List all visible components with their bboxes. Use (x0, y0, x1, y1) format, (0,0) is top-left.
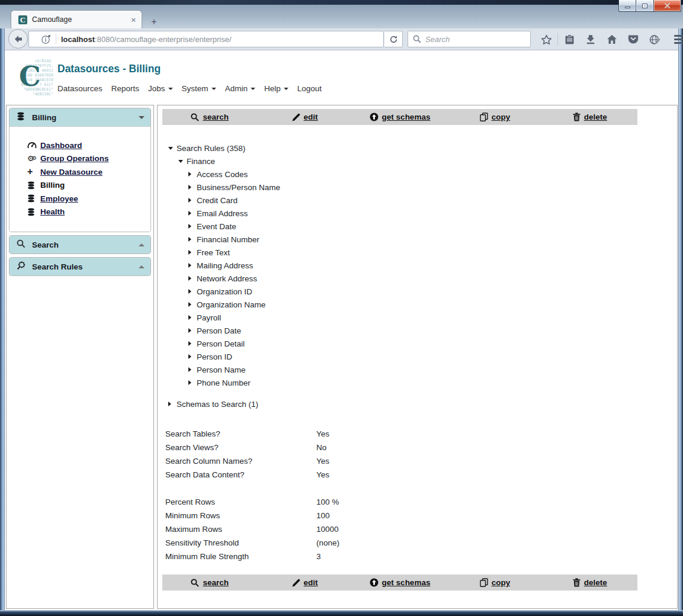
accordion-search-rules-header[interactable]: Search Rules (9, 258, 150, 275)
nav-jobs[interactable]: Jobs (148, 84, 173, 93)
trash-icon (573, 578, 581, 587)
tree-node[interactable]: Event Date (162, 220, 672, 233)
accordion-search-header[interactable]: Search (9, 236, 150, 254)
tree-node[interactable]: Payroll (162, 311, 672, 324)
maximize-button[interactable] (636, 0, 654, 12)
tree-node[interactable]: Phone Number (162, 376, 672, 389)
tree-collapsed-icon[interactable] (188, 224, 197, 229)
delete-action[interactable]: delete (543, 113, 637, 121)
copy-action[interactable]: copy (447, 578, 542, 587)
hamburger-icon (674, 35, 683, 37)
sidebar-item-new-datasource[interactable]: + New Datasource (27, 165, 150, 179)
window-frame-bottom (0, 610, 683, 616)
tree-collapsed-icon[interactable] (168, 402, 177, 406)
delete-action[interactable]: delete (543, 578, 637, 587)
nav-system[interactable]: System (182, 84, 216, 93)
tree-collapsed-icon[interactable] (188, 302, 197, 307)
accordion-title: Search Rules (32, 262, 139, 271)
tree-collapsed-icon[interactable] (188, 380, 197, 385)
tree-node[interactable]: Network Address (162, 272, 672, 285)
pocket-button[interactable] (623, 31, 644, 49)
get-schemas-action[interactable]: get schemas (352, 578, 447, 587)
search-icon (413, 35, 421, 43)
new-tab-button[interactable]: + (147, 17, 161, 27)
tree-node[interactable]: Free Text (162, 246, 672, 259)
back-button[interactable] (8, 29, 28, 49)
tree-collapsed-icon[interactable] (188, 198, 197, 203)
setting-row: Minimum Rule Strength3 (162, 550, 672, 563)
sidebar: Billing Dashboard ⚙⚙ Group Operations + … (6, 105, 154, 609)
tree-collapsed-icon[interactable] (188, 237, 197, 242)
tree-node[interactable]: Organization ID (162, 285, 672, 298)
url-host: localhost (61, 35, 95, 44)
tree-node-search-rules[interactable]: Search Rules (358) (162, 142, 672, 155)
tree-node-finance[interactable]: Finance (162, 155, 672, 168)
sidebar-item-health[interactable]: Health (27, 206, 150, 219)
minimize-button[interactable] (618, 0, 636, 12)
search-action[interactable]: search (162, 578, 257, 587)
tree-node[interactable]: Organization Name (162, 298, 672, 311)
search-action[interactable]: search (162, 113, 257, 121)
action-toolbar-top: search edit get schemas copy delete (162, 109, 637, 125)
sidebar-item-billing[interactable]: Billing (27, 179, 150, 192)
accordion-billing-header[interactable]: Billing (9, 108, 150, 126)
home-button[interactable] (601, 31, 623, 49)
tree-node[interactable]: Person Detail (162, 337, 672, 350)
setting-row: Search Column Names?Yes (162, 454, 672, 468)
tree-collapsed-icon[interactable] (188, 211, 197, 216)
tree-collapsed-icon[interactable] (188, 328, 197, 333)
edit-action[interactable]: edit (257, 113, 352, 121)
tree-collapsed-icon[interactable] (188, 276, 197, 281)
downloads-button[interactable] (580, 31, 601, 49)
tree-collapsed-icon[interactable] (188, 315, 197, 320)
tree-collapsed-icon[interactable] (188, 354, 197, 359)
nav-admin[interactable]: Admin (225, 84, 255, 93)
reload-button[interactable] (384, 31, 403, 47)
copy-action[interactable]: copy (447, 113, 542, 121)
nav-datasources[interactable]: Datasources (57, 84, 102, 93)
menu-button[interactable] (668, 31, 683, 49)
browser-tab[interactable]: C Camouflage × (11, 10, 142, 28)
site-info-icon[interactable] (41, 34, 51, 44)
url-bar[interactable]: localhost:8080/camouflage-enterprise/ent… (28, 31, 384, 47)
nav-logout[interactable]: Logout (297, 84, 322, 93)
nav-reports[interactable]: Reports (111, 84, 139, 93)
tree-node[interactable]: Email Address (162, 207, 672, 220)
browser-search-field[interactable]: Search (408, 31, 531, 47)
tree-collapsed-icon[interactable] (188, 367, 197, 372)
tree-node[interactable]: Credit Card (162, 194, 672, 207)
database-icon (27, 181, 40, 190)
caret-down-icon (284, 88, 288, 90)
tree-node[interactable]: Person Name (162, 363, 672, 376)
tab-close-icon[interactable]: × (130, 15, 137, 24)
tree-node[interactable]: Business/Person Name (162, 181, 672, 194)
tree-collapsed-icon[interactable] (188, 250, 197, 255)
sidebar-item-group-operations[interactable]: ⚙⚙ Group Operations (27, 152, 150, 166)
sidebar-item-dashboard[interactable]: Dashboard (27, 139, 150, 152)
tree-collapsed-icon[interactable] (188, 263, 197, 268)
globe-edit-icon (649, 34, 660, 45)
edit-action[interactable]: edit (257, 578, 352, 587)
nav-help[interactable]: Help (264, 84, 288, 93)
chevron-down-icon (139, 116, 145, 119)
tree-expanded-icon[interactable] (178, 160, 187, 163)
close-button[interactable] (654, 0, 681, 12)
tree-node-schemas[interactable]: Schemas to Search (1) (162, 397, 672, 410)
sidebar-item-employee[interactable]: Employee (27, 192, 150, 206)
tree-collapsed-icon[interactable] (188, 289, 197, 294)
bookmarks-menu-button[interactable] (559, 31, 580, 49)
tree-node[interactable]: Person ID (162, 350, 672, 363)
bookmark-star-button[interactable] (536, 31, 557, 49)
tree-collapsed-icon[interactable] (188, 185, 197, 190)
tree-collapsed-icon[interactable] (188, 341, 197, 346)
get-schemas-action[interactable]: get schemas (352, 113, 447, 121)
tree-node[interactable]: Financial Number (162, 233, 672, 246)
database-icon (27, 208, 40, 216)
tree-node[interactable]: Person Date (162, 324, 672, 337)
tree-node[interactable]: Mailing Address (162, 259, 672, 272)
tree-node[interactable]: Access Codes (162, 168, 672, 181)
reload-icon (389, 35, 398, 44)
tree-collapsed-icon[interactable] (188, 172, 197, 177)
extension-globe-button[interactable] (644, 31, 665, 49)
tree-expanded-icon[interactable] (168, 147, 177, 150)
